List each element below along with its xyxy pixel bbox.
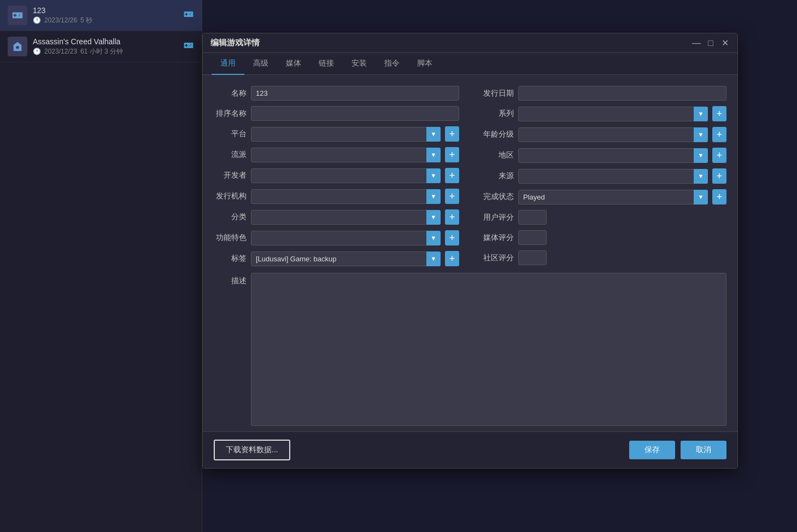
clock-icon-123: 🕐 — [33, 16, 41, 24]
completion-add-button[interactable]: + — [712, 189, 726, 204]
tab-general[interactable]: 通用 — [212, 53, 244, 75]
tags-select[interactable]: [Ludusavi] Game: backup — [251, 252, 441, 266]
name-input[interactable] — [251, 86, 459, 101]
category-select-wrapper: ▼ — [251, 210, 441, 225]
region-label: 地区 — [481, 150, 514, 160]
sort-name-input[interactable] — [251, 106, 459, 121]
series-select[interactable] — [518, 107, 708, 121]
maximize-button[interactable]: □ — [706, 38, 716, 48]
features-select-wrapper: ▼ — [251, 231, 441, 245]
series-row: 系列 ▼ + — [481, 106, 726, 121]
category-select[interactable] — [251, 210, 441, 225]
save-button[interactable]: 保存 — [629, 441, 675, 459]
sidebar-item-123[interactable]: 123 🕐 2023/12/26 5 秒 — [0, 0, 202, 31]
source-add-button[interactable]: + — [712, 168, 726, 184]
community-score-input[interactable] — [518, 250, 547, 265]
edit-game-dialog: 编辑游戏详情 — □ ✕ 通用 高级 媒体 链接 安装 指令 脚本 名称 — [202, 33, 738, 469]
download-data-button[interactable]: 下载资料数据... — [214, 440, 290, 460]
sort-name-label: 排序名称 — [214, 109, 247, 119]
tags-add-button[interactable]: + — [445, 251, 459, 266]
game-info-123: 123 🕐 2023/12/26 5 秒 — [33, 6, 183, 25]
form-right-col: 发行日期 系列 ▼ + 年龄分级 — [481, 86, 726, 266]
release-date-row: 发行日期 — [481, 86, 726, 101]
cancel-button[interactable]: 取消 — [681, 441, 726, 459]
age-rating-row: 年龄分级 ▼ + — [481, 127, 726, 142]
form-left-col: 名称 排序名称 平台 ▼ + — [214, 86, 459, 266]
release-date-input[interactable] — [518, 86, 726, 101]
tab-commands[interactable]: 指令 — [376, 53, 408, 75]
platform-select-wrapper: ▼ — [251, 127, 441, 142]
genre-select[interactable] — [251, 148, 441, 162]
developer-select-wrapper: ▼ — [251, 168, 441, 183]
source-label: 来源 — [481, 171, 514, 181]
age-rating-add-button[interactable]: + — [712, 127, 726, 142]
tabs-bar: 通用 高级 媒体 链接 安装 指令 脚本 — [203, 53, 737, 75]
completion-select[interactable]: Played - Completed Playing Abandoned — [518, 190, 708, 204]
region-add-button[interactable]: + — [712, 148, 726, 163]
game-icon-123 — [8, 5, 27, 25]
age-rating-select[interactable] — [518, 127, 708, 142]
user-score-input[interactable] — [518, 210, 547, 225]
tab-scripts[interactable]: 脚本 — [408, 53, 441, 75]
media-score-input[interactable] — [518, 230, 547, 245]
sidebar-item-valhalla[interactable]: Assassin's Creed Valhalla 🕐 2023/12/23 6… — [0, 31, 202, 62]
category-add-button[interactable]: + — [445, 209, 459, 225]
description-label: 描述 — [214, 276, 247, 286]
tags-row: 标签 [Ludusavi] Game: backup ▼ + — [214, 251, 459, 266]
sort-name-row: 排序名称 — [214, 106, 459, 121]
release-date-label: 发行日期 — [481, 89, 514, 98]
user-score-label: 用户评分 — [481, 213, 514, 223]
developer-add-button[interactable]: + — [445, 168, 459, 183]
dialog-footer: 下载资料数据... 保存 取消 — [203, 431, 737, 468]
description-row: 描述 — [214, 273, 726, 426]
tab-advanced[interactable]: 高级 — [244, 53, 277, 75]
region-select[interactable] — [518, 148, 708, 163]
features-add-button[interactable]: + — [445, 230, 459, 245]
tags-label: 标签 — [214, 254, 247, 264]
game-info-valhalla: Assassin's Creed Valhalla 🕐 2023/12/23 6… — [33, 37, 183, 56]
publisher-row: 发行机构 ▼ + — [214, 189, 459, 204]
user-score-row: 用户评分 — [481, 210, 726, 225]
tab-links[interactable]: 链接 — [310, 53, 343, 75]
minimize-button[interactable]: — — [691, 38, 701, 48]
platform-add-button[interactable]: + — [445, 126, 459, 142]
sidebar: 123 🕐 2023/12/26 5 秒 Assassin's Creed Va… — [0, 0, 202, 532]
publisher-select[interactable] — [251, 189, 441, 204]
community-score-label: 社区评分 — [481, 253, 514, 263]
genre-label: 流派 — [214, 150, 247, 160]
dialog-titlebar: 编辑游戏详情 — □ ✕ — [203, 33, 737, 53]
developer-select[interactable] — [251, 168, 441, 183]
tab-media[interactable]: 媒体 — [277, 53, 310, 75]
game-name-123: 123 — [33, 6, 183, 15]
close-button[interactable]: ✕ — [720, 38, 730, 48]
category-row: 分类 ▼ + — [214, 209, 459, 225]
name-label: 名称 — [214, 89, 247, 98]
game-meta-123: 🕐 2023/12/26 5 秒 — [33, 16, 183, 25]
developer-label: 开发者 — [214, 171, 247, 180]
tags-select-wrapper: [Ludusavi] Game: backup ▼ — [251, 252, 441, 266]
controller-icon — [11, 9, 24, 21]
platform-icon-123 — [183, 9, 194, 20]
platform-select[interactable] — [251, 127, 441, 142]
region-select-wrapper: ▼ — [518, 148, 708, 163]
age-rating-select-wrapper: ▼ — [518, 127, 708, 142]
platform-icon-valhalla — [183, 40, 194, 51]
series-add-button[interactable]: + — [712, 106, 726, 121]
publisher-add-button[interactable]: + — [445, 189, 459, 204]
features-row: 功能特色 ▼ + — [214, 230, 459, 245]
features-select[interactable] — [251, 231, 441, 245]
name-row: 名称 — [214, 86, 459, 101]
genre-select-wrapper: ▼ — [251, 148, 441, 162]
clock-icon-valhalla: 🕐 — [33, 48, 41, 55]
game-name-valhalla: Assassin's Creed Valhalla — [33, 37, 183, 46]
publisher-select-wrapper: ▼ — [251, 189, 441, 204]
region-row: 地区 ▼ + — [481, 148, 726, 163]
category-label: 分类 — [214, 212, 247, 222]
source-select[interactable] — [518, 169, 708, 184]
genre-add-button[interactable]: + — [445, 147, 459, 162]
game-playtime-123: 5 秒 — [80, 16, 92, 25]
description-textarea[interactable] — [251, 273, 726, 426]
source-row: 来源 ▼ + — [481, 168, 726, 184]
tab-install[interactable]: 安装 — [343, 53, 376, 75]
game-icon-valhalla — [8, 37, 27, 56]
